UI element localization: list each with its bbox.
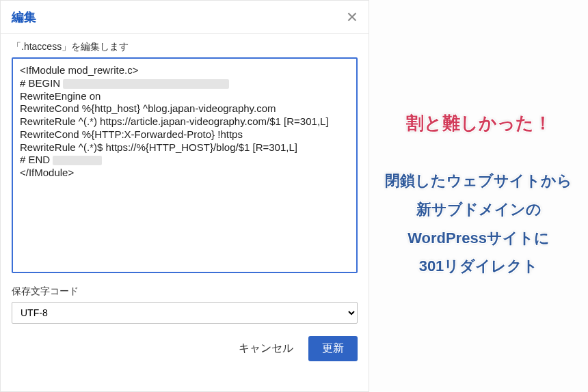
code-editor[interactable]: <IfModule mod_rewrite.c># BEGIN RewriteE… — [12, 57, 358, 273]
encoding-label: 保存文字コード — [12, 285, 358, 298]
caption-line: 301リダイレクト — [385, 252, 572, 281]
caption-headline: 割と難しかった！ — [406, 111, 552, 135]
encoding-select[interactable]: UTF-8 — [12, 302, 358, 324]
caption-body: 閉鎖したウェブサイトから新サブドメインのWordPressサイトに301リダイレ… — [385, 167, 572, 281]
caption-line: 新サブドメインの — [385, 195, 572, 224]
caption-line: WordPressサイトに — [385, 224, 572, 253]
edit-modal: 編集 × 「.htaccess」を編集します <IfModule mod_rew… — [0, 0, 369, 392]
close-icon[interactable]: × — [347, 8, 358, 27]
caption-line: 閉鎖したウェブサイトから — [385, 167, 572, 195]
cancel-button[interactable]: キャンセル — [236, 337, 296, 360]
modal-title: 編集 — [12, 9, 36, 25]
submit-button[interactable]: 更新 — [308, 336, 358, 361]
caption-panel: 割と難しかった！ 閉鎖したウェブサイトから新サブドメインのWordPressサイ… — [369, 0, 588, 392]
file-label: 「.htaccess」を編集します — [12, 41, 358, 53]
divider — [1, 33, 369, 34]
